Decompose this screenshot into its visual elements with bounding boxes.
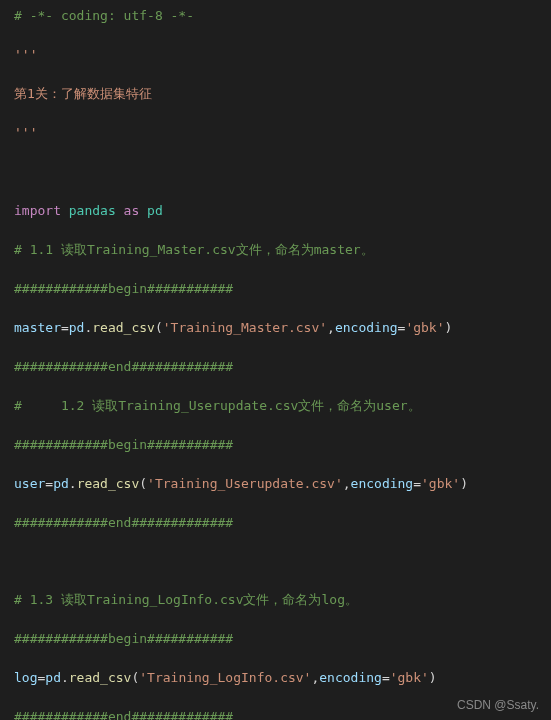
module-pandas: pandas <box>61 203 124 218</box>
comment-end: ############end############# <box>14 709 233 720</box>
var-master: master <box>14 320 61 335</box>
alias-pd: pd <box>139 203 162 218</box>
comment-begin: ############begin########### <box>14 631 233 646</box>
comment-begin: ############begin########### <box>14 437 233 452</box>
comment-line: # 1.2 读取Training_Userupdate.csv文件，命名为use… <box>14 398 421 413</box>
func-read-csv: read_csv <box>92 320 155 335</box>
docstring-open: ''' <box>14 47 37 62</box>
watermark: CSDN @Ssaty. <box>457 696 539 714</box>
code-editor[interactable]: # -*- coding: utf-8 -*- ''' 第1关：了解数据集特征 … <box>14 6 537 720</box>
docstring-text: 第1关：了解数据集特征 <box>14 86 152 101</box>
comment-line: # 1.1 读取Training_Master.csv文件，命名为master。 <box>14 242 374 257</box>
string-filename: 'Training_Master.csv' <box>163 320 327 335</box>
comment-begin: ############begin########### <box>14 281 233 296</box>
docstring-close: ''' <box>14 125 37 140</box>
comment-line: # 1.3 读取Training_LogInfo.csv文件，命名为log。 <box>14 592 358 607</box>
var-user: user <box>14 476 45 491</box>
comment-end: ############end############# <box>14 359 233 374</box>
comment-end: ############end############# <box>14 515 233 530</box>
var-log: log <box>14 670 37 685</box>
keyword-import: import <box>14 203 61 218</box>
keyword-as: as <box>124 203 140 218</box>
comment-line: # -*- coding: utf-8 -*- <box>14 8 194 23</box>
